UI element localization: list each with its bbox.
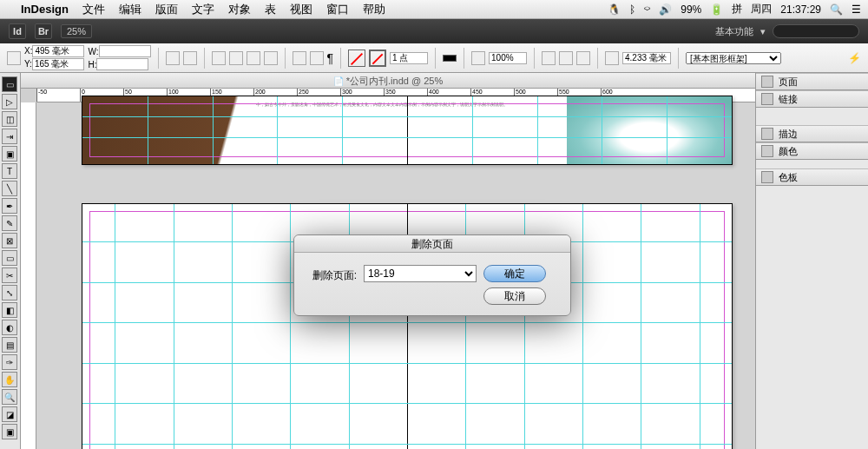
clock: 21:37:29 [780,3,821,16]
panel-pages[interactable]: 页面 [756,73,868,90]
menu-layout[interactable]: 版面 [155,2,178,17]
document-title: *公司内刊.indd @ 25% [21,73,755,89]
paragraph-icon[interactable]: ¶ [327,51,334,65]
bluetooth-icon[interactable]: ᛒ [629,3,635,16]
menu-text[interactable]: 文字 [192,2,214,17]
page-tool[interactable]: ◫ [2,111,17,127]
quick-apply-icon[interactable]: ⚡ [848,52,861,64]
links-icon [761,93,773,105]
drop-shadow-icon[interactable] [471,51,485,65]
help-search[interactable] [773,24,859,38]
menu-help[interactable]: 帮助 [363,2,385,17]
w-label: W: [88,47,98,56]
application-bar: Id Br 25% 基本功能 ▾ [0,19,868,43]
hand-tool[interactable]: ✋ [2,372,17,387]
x-input[interactable] [32,45,84,57]
direct-selection-tool[interactable]: ▷ [2,94,17,109]
panels-dock: 页面 链接 描边 颜色 色板 [755,73,868,449]
zoom-level[interactable]: 25% [61,24,92,38]
cancel-button[interactable]: 取消 [483,287,546,305]
stroke-icon [761,128,773,140]
x-label: X: [24,46,32,56]
stroke-style[interactable] [443,55,457,62]
bridge-icon[interactable]: Br [35,23,52,39]
rotate-90-ccw-icon[interactable] [212,51,226,65]
gradient-tool[interactable]: ◧ [2,302,17,318]
control-panel: X: Y: W: H: ¶ [基本图形框架] ⚡ [0,43,868,73]
vertical-ruler[interactable] [21,102,36,449]
flip-h-icon[interactable] [247,51,260,65]
chevron-down-icon[interactable]: ▾ [760,26,766,37]
page-spread-top[interactable]: 中，如古今中外，京剧名角，中国传统艺术，衬托美食文化，内容文本文本内容示例，示例… [82,96,733,165]
fill-stroke-swatch[interactable]: ◪ [2,406,17,422]
gap-tool[interactable]: ⇥ [2,129,17,144]
gradient-feather-tool[interactable]: ◐ [2,320,17,335]
view-mode-toggle[interactable]: ▣ [2,424,17,439]
zoom-tool[interactable]: 🔍 [2,389,17,405]
lang-icon[interactable]: 拼 [732,2,742,17]
swatches-icon [761,171,773,183]
rotate-90-cw-icon[interactable] [229,51,243,65]
menu-table[interactable]: 表 [265,2,276,17]
pages-icon [761,76,773,88]
battery-icon[interactable]: 🔋 [710,3,723,16]
menu-file[interactable]: 文件 [82,2,105,17]
object-style-select[interactable]: [基本图形框架] [686,52,781,64]
text-wrap-none-icon[interactable] [542,51,556,65]
flip-v-icon[interactable] [264,51,278,65]
opacity-input[interactable] [489,52,527,64]
text-wrap-bbox-icon[interactable] [559,51,573,65]
delete-pages-dialog: 删除页面 删除页面: 18-19 确定 取消 [293,234,571,316]
tools-panel: ▭ ▷ ◫ ⇥ ▣ T ╲ ✒ ✎ ⊠ ▭ ✂ ⤡ ◧ ◐ ▤ ✑ ✋ 🔍 ◪ … [0,73,21,449]
stroke-none[interactable] [369,50,386,67]
app-name[interactable]: InDesign [21,3,69,16]
qq-icon[interactable]: 🐧 [608,3,621,16]
fill-none[interactable] [348,50,365,67]
macos-menubar: InDesign 文件 编辑 版面 文字 对象 表 视图 窗口 帮助 🐧 ᛒ ⌔… [0,0,868,19]
h-input[interactable] [96,58,148,70]
pen-tool[interactable]: ✒ [2,198,17,214]
free-transform-tool[interactable]: ⤡ [2,285,17,300]
spotlight-icon[interactable]: 🔍 [830,3,843,16]
corner-radius-input[interactable] [622,52,671,64]
panel-swatches[interactable]: 色板 [756,168,868,186]
reference-point[interactable] [7,51,21,65]
rectangle-tool[interactable]: ▭ [2,250,17,266]
text-wrap-shape-icon[interactable] [576,51,590,65]
scissors-tool[interactable]: ✂ [2,267,17,283]
menu-object[interactable]: 对象 [228,2,251,17]
scale-x-icon[interactable] [166,51,180,65]
corner-options-icon[interactable] [605,51,619,65]
pencil-tool[interactable]: ✎ [2,215,17,231]
eyedropper-tool[interactable]: ✑ [2,354,17,370]
workspace-switcher[interactable]: 基本功能 [715,25,753,38]
delete-pages-select[interactable]: 18-19 [364,265,477,282]
select-container-icon[interactable] [293,51,306,65]
ok-button[interactable]: 确定 [483,265,546,282]
panel-stroke[interactable]: 描边 [756,125,868,142]
dialog-title: 删除页面 [294,235,570,253]
select-content-icon[interactable] [310,51,324,65]
y-input[interactable] [32,58,84,70]
panel-links[interactable]: 链接 [756,90,868,108]
menu-window[interactable]: 窗口 [326,2,349,17]
w-input[interactable] [99,45,151,57]
volume-icon[interactable]: 🔊 [659,3,672,16]
selection-tool[interactable]: ▭ [2,76,17,92]
wifi-icon[interactable]: ⌔ [644,3,650,16]
stroke-weight-input[interactable] [390,52,428,64]
menu-edit[interactable]: 编辑 [119,2,141,17]
y-label: Y: [24,59,32,69]
rectangle-frame-tool[interactable]: ⊠ [2,233,17,248]
weekday: 周四 [751,2,772,17]
menu-view[interactable]: 视图 [290,2,312,17]
content-collector-tool[interactable]: ▣ [2,146,17,162]
battery-percent: 99% [681,3,701,16]
panel-color[interactable]: 颜色 [756,142,868,160]
type-tool[interactable]: T [2,163,17,179]
note-tool[interactable]: ▤ [2,337,17,353]
delete-pages-label: 删除页面: [306,265,357,283]
line-tool[interactable]: ╲ [2,181,17,196]
notifications-icon[interactable]: ☰ [852,3,861,16]
scale-y-icon[interactable] [183,51,197,65]
